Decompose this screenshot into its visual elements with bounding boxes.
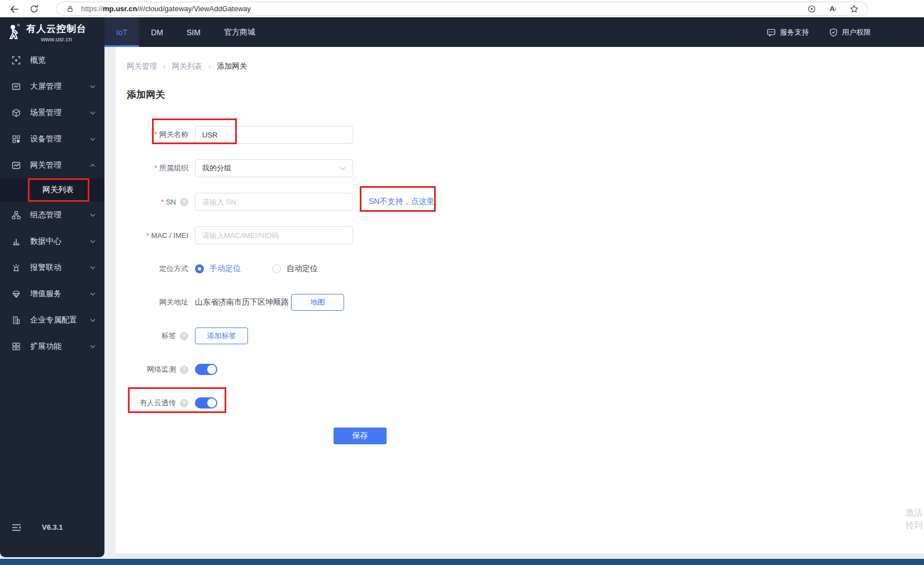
sn-input[interactable]	[195, 193, 353, 211]
manual-location-radio[interactable]	[195, 264, 204, 273]
manual-location-label[interactable]: 手动定位	[209, 264, 241, 274]
cloud-passthrough-row: 有人云透传 ?	[116, 386, 924, 420]
gateway-address-value: 山东省济南市历下区坤顺路	[195, 297, 289, 307]
sidebar-item-screen-mgmt[interactable]: 大屏管理	[0, 73, 104, 99]
sidebar-item-label: 增值服务	[30, 289, 61, 299]
mac-imei-input[interactable]	[195, 226, 353, 244]
network-monitor-toggle[interactable]	[195, 364, 217, 375]
service-support-label: 服务支持	[780, 27, 809, 37]
sn-label: SN	[161, 198, 176, 206]
user-permission[interactable]: 用户权限	[829, 27, 871, 37]
favorite-star-icon[interactable]	[847, 2, 861, 16]
tab-sim[interactable]: SIM	[175, 17, 212, 47]
breadcrumb-gateway-list[interactable]: 网关列表	[172, 61, 217, 72]
chevron-down-icon	[90, 85, 96, 88]
brand-subtitle: www.usr.cn	[41, 36, 72, 42]
gateway-name-row: 网关名称	[116, 118, 924, 151]
sidebar-item-label: 扩展功能	[30, 341, 61, 352]
back-button[interactable]	[7, 2, 21, 16]
watermark-line1: 激活	[906, 506, 924, 519]
tab-official-mall[interactable]: 官方商城	[212, 17, 267, 47]
tags-label: 标签	[161, 331, 176, 341]
sidebar-item-label: 场景管理	[30, 108, 61, 118]
service-support[interactable]: 服务支持	[766, 27, 809, 37]
network-monitor-row: 网络监测 ?	[116, 353, 924, 386]
browser-chrome: https://mp.usr.cn/#/cloud/gateway/ViewAd…	[0, 0, 924, 17]
windows-activation-watermark: 激活 转到	[906, 506, 924, 531]
chevron-down-icon	[90, 266, 96, 269]
site-location-icon[interactable]	[805, 2, 818, 16]
chevron-down-icon	[90, 292, 96, 296]
sn-help-icon[interactable]: ?	[180, 198, 188, 206]
sidebar-item-scene-mgmt[interactable]: 场景管理	[0, 99, 104, 126]
sidebar-item-device-mgmt[interactable]: 设备管理	[0, 126, 104, 152]
product-tabs: IoT DM SIM 官方商城	[104, 17, 267, 47]
sn-not-supported-link[interactable]: SN不支持，点这里	[369, 197, 434, 207]
organization-select[interactable]: 我的分组	[195, 159, 353, 177]
tags-help-icon[interactable]: ?	[180, 332, 188, 340]
chevron-down-icon	[90, 213, 96, 217]
auto-location-label[interactable]: 自动定位	[287, 264, 318, 274]
chevron-down-icon	[90, 137, 96, 141]
sidebar-item-label: 概览	[30, 55, 46, 65]
chevron-up-icon	[90, 164, 96, 167]
location-mode-label: 定位方式	[159, 264, 188, 274]
page-title: 添加网关	[127, 88, 924, 101]
watermark-line2: 转到	[906, 519, 924, 531]
sidebar-item-config-mgmt[interactable]: 组态管理	[0, 202, 104, 228]
network-monitor-help-icon[interactable]: ?	[180, 365, 188, 374]
top-navigation: 有人云控制台 www.usr.cn IoT DM SIM 官方商城 服务支持 用…	[0, 17, 924, 47]
breadcrumb-gateway-mgmt[interactable]: 网关管理	[127, 61, 172, 72]
save-button[interactable]: 保存	[334, 428, 387, 444]
brand-logo[interactable]: 有人云控制台 www.usr.cn	[0, 17, 104, 47]
gem-icon	[12, 289, 21, 298]
apps-grid-icon	[12, 342, 21, 351]
cloud-passthrough-toggle[interactable]	[195, 397, 217, 409]
url-scheme: https://	[81, 4, 103, 13]
sidebar-item-alarm-linkage[interactable]: 报警联动	[0, 254, 104, 281]
window-bottom-strip	[0, 553, 924, 559]
main-content: 网关管理 网关列表 添加网关 添加网关 网关名称 所属组织 我的分组 SN ?	[116, 47, 924, 553]
content-gutter	[104, 47, 116, 559]
alarm-icon	[12, 263, 21, 272]
read-aloud-icon[interactable]: A)	[826, 2, 840, 16]
tab-dm[interactable]: DM	[139, 17, 175, 47]
lock-icon[interactable]	[63, 2, 77, 16]
network-monitor-label: 网络监测	[147, 364, 176, 374]
sidebar-item-gateway-mgmt[interactable]: 网关管理	[0, 152, 104, 178]
scene-cube-icon	[12, 108, 21, 117]
auto-location-radio[interactable]	[272, 264, 281, 273]
sidebar-item-enterprise-config[interactable]: 企业专属配置	[0, 307, 104, 333]
sidebar-item-gateway-list[interactable]: 网关列表	[0, 178, 104, 202]
map-button[interactable]: 地图	[291, 294, 344, 311]
refresh-button[interactable]	[27, 2, 41, 16]
gateway-name-input[interactable]	[195, 126, 353, 144]
add-gateway-form: 网关名称 所属组织 我的分组 SN ? SN不支持，点这里 MAC / I	[116, 118, 924, 444]
tab-iot[interactable]: IoT	[104, 17, 139, 47]
bar-chart-icon	[12, 237, 21, 246]
gateway-name-label: 网关名称	[154, 130, 188, 140]
taskbar-edge	[0, 559, 924, 565]
sidebar-item-extended-features[interactable]: 扩展功能	[0, 333, 104, 359]
tags-row: 标签 ? 添加标签	[116, 319, 924, 353]
address-bar[interactable]: https://mp.usr.cn/#/cloud/gateway/ViewAd…	[56, 2, 868, 16]
sidebar-item-value-services[interactable]: 增值服务	[0, 281, 104, 307]
gateway-address-row: 网关地址 山东省济南市历下区坤顺路 地图	[116, 286, 924, 319]
version-label: V6.3.1	[42, 523, 63, 531]
url-text: https://mp.usr.cn/#/cloud/gateway/ViewAd…	[81, 4, 251, 13]
overview-icon	[12, 56, 21, 65]
cloud-passthrough-help-icon[interactable]: ?	[180, 399, 188, 407]
chevron-down-icon	[340, 167, 346, 170]
add-tag-button[interactable]: 添加标签	[195, 327, 248, 344]
topology-icon	[12, 211, 21, 220]
breadcrumb: 网关管理 网关列表 添加网关	[127, 61, 924, 72]
sidebar: 概览 大屏管理 场景管理 设备管理 网关管理 网关列表 组态管理 数据中心 报警…	[0, 47, 104, 557]
organization-row: 所属组织 我的分组	[116, 151, 924, 185]
chat-icon	[766, 28, 776, 37]
sidebar-item-data-center[interactable]: 数据中心	[0, 228, 104, 254]
sidebar-item-overview[interactable]: 概览	[0, 47, 104, 73]
chevron-down-icon	[90, 111, 96, 115]
collapse-sidebar-icon[interactable]	[12, 524, 21, 531]
organization-label: 所属组织	[154, 163, 188, 173]
sidebar-item-label: 大屏管理	[30, 82, 61, 92]
